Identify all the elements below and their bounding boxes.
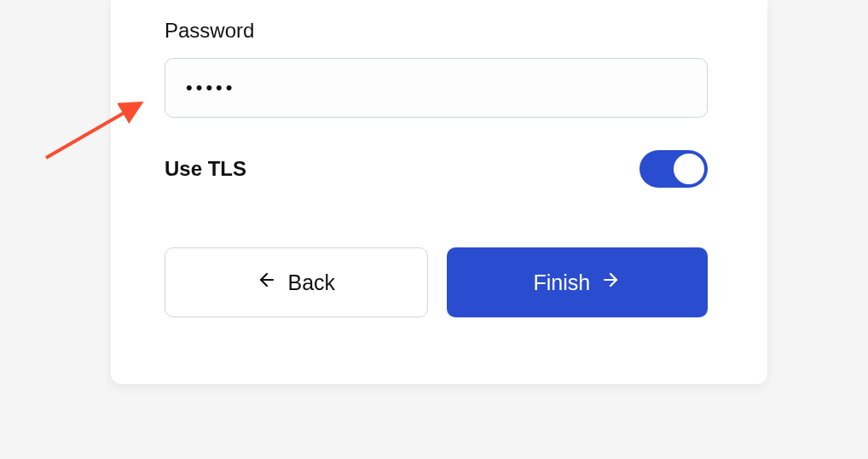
form-card: Password Use TLS Back Finish xyxy=(111,0,767,384)
tls-label: Use TLS xyxy=(165,157,246,181)
password-input[interactable] xyxy=(165,58,708,118)
button-row: Back Finish xyxy=(165,247,708,317)
toggle-thumb xyxy=(674,154,704,184)
tls-row: Use TLS xyxy=(165,150,708,188)
finish-button[interactable]: Finish xyxy=(447,247,709,317)
arrow-left-icon xyxy=(257,270,277,295)
arrow-right-icon xyxy=(600,270,621,295)
back-button[interactable]: Back xyxy=(165,247,428,317)
password-label: Password xyxy=(165,19,708,43)
tls-toggle[interactable] xyxy=(639,150,708,188)
finish-button-label: Finish xyxy=(533,270,590,295)
back-button-label: Back xyxy=(287,270,335,295)
